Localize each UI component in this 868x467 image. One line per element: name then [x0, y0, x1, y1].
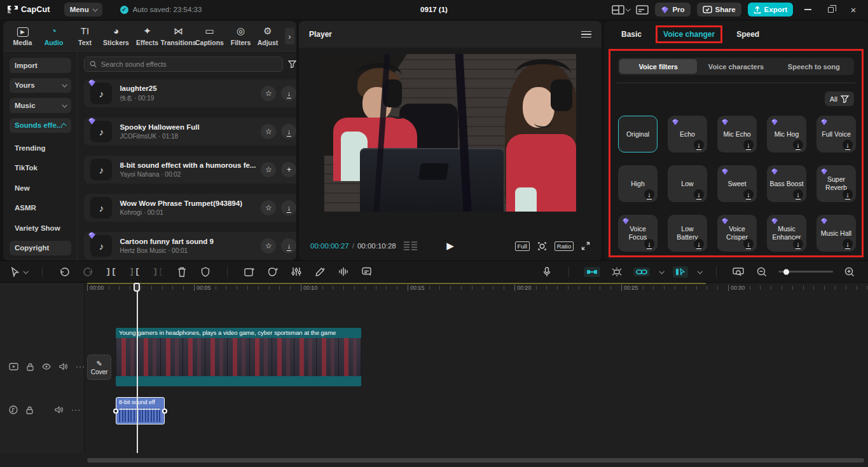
search-input[interactable] [101, 60, 278, 68]
lock-icon[interactable] [27, 362, 34, 371]
delete-right-icon[interactable]: ][ [151, 267, 165, 276]
more-icon[interactable]: ··· [76, 362, 85, 371]
media-tab[interactable]: ◔ Audio [38, 25, 69, 46]
audio-volume-line[interactable] [119, 409, 160, 410]
voice-filter-card[interactable]: Super Reverb ↓ [816, 165, 856, 202]
sidebar-item[interactable]: Yours [10, 78, 71, 93]
voice-changer-subtab[interactable]: Voice characters [697, 59, 775, 74]
preview-quality-icon[interactable] [537, 241, 547, 251]
sidebar-item[interactable]: Music [10, 98, 71, 113]
record-voiceover-mic-icon[interactable] [540, 267, 554, 277]
link-clips-icon[interactable] [633, 267, 650, 276]
sound-filter-button[interactable] [288, 60, 296, 68]
search-box[interactable] [84, 57, 283, 72]
video-preview[interactable] [324, 54, 576, 212]
player-menu-icon[interactable] [581, 31, 591, 38]
voice-filter-card[interactable]: Mic Hog ↓ [767, 116, 806, 152]
voice-filter-card[interactable]: Sweet ↓ [717, 165, 757, 202]
edit-cover-button[interactable]: ✎ Cover [87, 355, 111, 380]
favorite-star-button[interactable]: ☆ [261, 86, 276, 101]
download-icon[interactable]: ↓ [743, 189, 754, 200]
voice-filter-card[interactable]: Low ↓ [668, 165, 707, 202]
zoom-out-icon[interactable] [755, 267, 769, 277]
sidebar-item[interactable]: Variety Show [10, 220, 71, 236]
delete-icon[interactable] [175, 267, 189, 277]
download-icon[interactable]: ↓ [694, 189, 704, 200]
ai-cutout-icon[interactable] [242, 267, 256, 277]
sound-list-item[interactable]: ♪ laughter25 佚名 · 00:19 ☆ ↓ + [84, 79, 296, 107]
sidebar-item[interactable]: Copyright [10, 241, 71, 256]
play-button[interactable]: ▶ [446, 240, 454, 252]
voice-filter-card[interactable]: Echo ↓ [668, 116, 707, 152]
media-tab[interactable]: ◎ Filters [225, 25, 256, 46]
share-button[interactable]: Share [697, 3, 741, 17]
voice-filter-card[interactable]: Voice Crisper ↓ [717, 215, 757, 252]
voice-filter-card[interactable]: Mic Echo ↓ [717, 116, 757, 152]
fullscreen-icon[interactable] [581, 241, 590, 250]
download-icon[interactable]: ↓ [644, 239, 654, 249]
media-tab[interactable]: TI Text [69, 25, 100, 46]
redo-icon[interactable] [81, 267, 95, 276]
adjust-sliders-icon[interactable] [289, 267, 303, 276]
download-icon[interactable]: ↓ [843, 140, 853, 150]
sidebar-item[interactable]: Trending [10, 140, 71, 156]
preview-axis-icon[interactable] [731, 267, 745, 276]
sidebar-item[interactable]: TikTok [10, 161, 71, 176]
lock-icon[interactable] [26, 405, 33, 414]
smart-mask-icon[interactable] [266, 267, 280, 277]
chevron-down-icon[interactable] [697, 269, 702, 274]
favorite-star-button[interactable]: ☆ [261, 200, 276, 215]
download-button[interactable]: ↓ [281, 238, 296, 254]
timeline-zoom-slider[interactable] [778, 271, 833, 273]
more-icon[interactable]: ··· [71, 405, 81, 414]
clip-trim-handle-left[interactable] [113, 409, 118, 414]
media-tab[interactable]: ▭ Captions [194, 25, 225, 46]
voice-filter-card[interactable]: High ↓ [618, 165, 658, 202]
layout-switch-icon[interactable] [612, 5, 630, 15]
download-icon[interactable]: ↓ [843, 239, 853, 249]
media-tab[interactable]: ⋈ Transitions [163, 25, 194, 46]
sound-list-item[interactable]: ♪ Wow Wow Phrase Trumpet(943894) Kohrogi… [84, 194, 296, 222]
eye-icon[interactable] [42, 362, 51, 371]
voice-filter-card[interactable]: Low Battery ↓ [668, 215, 707, 252]
track-burst-icon[interactable] [610, 267, 624, 276]
panel-layout-icon[interactable] [636, 5, 649, 15]
download-button[interactable]: ↓ [281, 124, 296, 139]
timeline-ruler[interactable]: 00:0000:0500:1000:1500:2000:2500:30 [85, 283, 868, 294]
download-icon[interactable]: ↓ [644, 189, 654, 200]
download-icon[interactable]: ↓ [793, 189, 803, 200]
download-icon[interactable]: ↓ [694, 140, 704, 150]
delete-left-icon[interactable]: ][ [128, 267, 142, 276]
download-button[interactable]: ↓ [281, 200, 296, 215]
chevron-down-icon[interactable] [659, 269, 664, 274]
voice-filter-card[interactable]: Voice Focus ↓ [618, 215, 658, 252]
video-clip[interactable]: Young gamers in headphones, plays a vide… [116, 328, 361, 386]
export-button[interactable]: Export [748, 3, 793, 17]
minimize-button[interactable] [799, 3, 816, 17]
voice-filter-card[interactable]: Music Hall ↓ [816, 215, 856, 252]
media-tab[interactable]: ◕ Stickers [100, 25, 132, 46]
volume-icon[interactable] [59, 362, 67, 371]
magnet-snap-icon[interactable] [584, 267, 600, 277]
ai-voice-icon[interactable] [313, 267, 327, 277]
favorite-star-button[interactable]: ☆ [261, 124, 276, 139]
download-button[interactable]: ↓ [281, 86, 296, 101]
pro-button[interactable]: Pro [655, 3, 690, 17]
download-icon[interactable]: ↓ [843, 189, 853, 200]
full-button[interactable]: Full [515, 241, 530, 251]
frame-compare-icon[interactable] [404, 241, 417, 250]
voice-filter-card[interactable]: Original ↓ [618, 116, 658, 152]
timeline-horizontal-scrollbar[interactable] [87, 458, 864, 463]
voice-changer-subtab[interactable]: Voice filters [619, 59, 697, 74]
playhead-handle[interactable] [134, 283, 140, 292]
sound-list-item[interactable]: ♪ Spooky Halloween Full JCOFilmsUK · 01:… [84, 118, 296, 146]
download-icon[interactable]: ↓ [743, 239, 754, 249]
all-filter-button[interactable]: All [825, 91, 854, 106]
audio-clip[interactable]: 8-bit sound eff [116, 397, 165, 424]
sidebar-item[interactable]: New [10, 180, 71, 196]
sidebar-item[interactable]: ASMR [10, 201, 71, 216]
settings-tab[interactable]: Speed [729, 25, 767, 43]
voice-filter-card[interactable]: Music Enhancer ↓ [767, 215, 806, 252]
auto-captions-icon[interactable] [360, 267, 374, 276]
zoom-in-icon[interactable] [843, 267, 857, 277]
